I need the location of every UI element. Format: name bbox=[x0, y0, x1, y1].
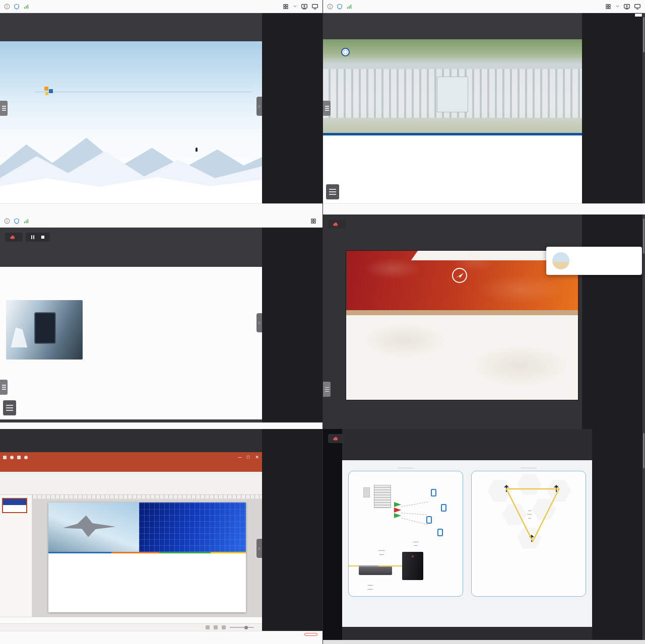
minimize-icon: ─ bbox=[238, 455, 241, 460]
shield-icon[interactable] bbox=[14, 218, 20, 224]
fullscreen-icon[interactable] bbox=[301, 3, 308, 10]
end-meeting-button[interactable] bbox=[304, 633, 317, 636]
slide-logo-squares bbox=[44, 86, 54, 96]
shared-screen-area: ─□✕ bbox=[0, 429, 262, 631]
bbu-device-graphic bbox=[359, 565, 392, 575]
participant-popup[interactable] bbox=[546, 247, 642, 275]
recording-indicator bbox=[328, 220, 346, 229]
avic-slide-header bbox=[346, 251, 578, 310]
panel-jingdiao-meeting bbox=[322, 0, 645, 214]
powerpoint-window: ─□✕ bbox=[0, 452, 262, 631]
roster-scrollbar[interactable] bbox=[642, 214, 645, 429]
jingdiao-logo bbox=[341, 48, 353, 56]
participant-roster bbox=[262, 13, 322, 203]
slide-thumbnail-pane[interactable] bbox=[0, 495, 32, 617]
info-icon[interactable] bbox=[4, 218, 10, 224]
shared-screen-area bbox=[0, 13, 262, 203]
layout-icon bbox=[310, 218, 316, 224]
beam-graphic bbox=[394, 502, 401, 519]
chevron-down-icon bbox=[293, 4, 297, 9]
slide-pager[interactable] bbox=[326, 184, 339, 199]
roster-scrollbar[interactable] bbox=[642, 429, 645, 640]
panel-hypervision-meeting bbox=[0, 214, 322, 429]
panel-huawei-meeting: ▪▪▪▪▪▪▪▪▪▪▪▪ ▪▪▪▪▪▪▪▪▪▪ ▪▪▪▪▪▪▪▪▪▪▪▪ bbox=[322, 429, 645, 644]
toolbar-strip bbox=[323, 640, 645, 644]
ppt-slide[interactable] bbox=[48, 503, 246, 612]
window-controls[interactable]: ─□✕ bbox=[238, 455, 259, 460]
slide-sorter-icon[interactable] bbox=[214, 625, 218, 629]
slide-thumbnail[interactable] bbox=[2, 498, 27, 513]
roster-scrollbar[interactable] bbox=[642, 13, 645, 203]
participant-roster bbox=[262, 429, 322, 631]
recording-indicator bbox=[5, 233, 50, 242]
antenna-array-graphic bbox=[374, 485, 391, 508]
cloud-record-icon bbox=[10, 234, 16, 240]
avic-slide bbox=[346, 251, 578, 400]
cloud-record-icon bbox=[333, 436, 339, 442]
phone-icon bbox=[431, 489, 436, 496]
fighter-jet-image bbox=[48, 503, 139, 552]
ppt-ruler bbox=[32, 495, 262, 499]
signal-icon bbox=[23, 218, 29, 224]
fullscreen-tooltip bbox=[635, 14, 642, 17]
avic-logo-icon bbox=[452, 268, 467, 283]
participant-roster bbox=[582, 13, 642, 203]
diagram-caption: ▪▪▪▪▪▪▪▪▪▪ bbox=[399, 540, 433, 548]
hypervision-slide bbox=[0, 267, 262, 419]
shield-icon[interactable] bbox=[337, 4, 343, 10]
cloud-record-icon bbox=[333, 221, 339, 227]
signal-icon bbox=[346, 4, 352, 10]
diagram-caption: ▪▪▪▪▪▪▪▪▪▪▪▪ bbox=[367, 549, 397, 556]
meeting-header bbox=[0, 0, 322, 13]
slideshow-icon[interactable] bbox=[222, 625, 226, 629]
window-icon[interactable] bbox=[311, 3, 318, 10]
sidebar-collapse-handle[interactable] bbox=[323, 382, 331, 397]
slide-pager[interactable] bbox=[3, 400, 16, 415]
cabinet-graphic bbox=[402, 552, 423, 580]
meeting-toolbar bbox=[0, 422, 322, 429]
info-icon[interactable] bbox=[327, 4, 333, 10]
info-icon[interactable] bbox=[4, 4, 10, 10]
sidebar-collapse-handle[interactable] bbox=[0, 380, 8, 395]
climber-figure bbox=[196, 148, 198, 152]
phone-icon bbox=[437, 529, 443, 536]
shield-icon[interactable] bbox=[14, 4, 20, 10]
shared-screen-area bbox=[323, 214, 582, 429]
next-slide-handle[interactable] bbox=[256, 539, 262, 558]
quick-access-toolbar[interactable] bbox=[3, 456, 28, 459]
ppt-ribbon-tabs bbox=[0, 462, 262, 472]
layout-icon bbox=[283, 4, 289, 10]
sidebar-collapse-handle[interactable] bbox=[323, 101, 331, 116]
ppt-ribbon bbox=[0, 472, 262, 495]
panel-powerpoint-meeting: ─□✕ bbox=[0, 429, 322, 644]
phone-icon bbox=[441, 504, 446, 512]
close-icon: ✕ bbox=[255, 455, 259, 460]
chevron-down-icon bbox=[615, 4, 620, 9]
shared-screen-area: ▪▪▪▪▪▪▪▪▪▪▪▪ ▪▪▪▪▪▪▪▪▪▪ ▪▪▪▪▪▪▪▪▪▪▪▪ bbox=[323, 429, 592, 640]
view-mode-selector[interactable] bbox=[310, 218, 318, 224]
ppt-titlebar: ─□✕ bbox=[0, 452, 262, 462]
view-mode-selector[interactable] bbox=[605, 4, 620, 10]
phone-icon bbox=[426, 516, 432, 524]
window-icon[interactable] bbox=[634, 3, 641, 10]
stop-recording-icon[interactable] bbox=[40, 234, 46, 240]
jingdiao-logo-icon bbox=[341, 48, 350, 56]
sidebar-collapse-handle[interactable] bbox=[0, 101, 8, 116]
next-slide-handle[interactable] bbox=[256, 97, 262, 116]
normal-view-icon[interactable] bbox=[206, 625, 210, 629]
zoom-slider[interactable] bbox=[230, 627, 254, 628]
panel-zte-meeting bbox=[0, 0, 322, 214]
fullscreen-icon[interactable] bbox=[623, 3, 630, 10]
zte-slide bbox=[0, 41, 262, 203]
pause-recording-icon[interactable] bbox=[30, 234, 36, 240]
meeting-toolbar bbox=[0, 631, 322, 644]
circuit-board-image bbox=[139, 503, 246, 552]
box-label bbox=[398, 467, 414, 469]
view-mode-selector[interactable] bbox=[283, 4, 297, 10]
panel-avic-meeting bbox=[322, 214, 645, 429]
ppt-notes-bar[interactable] bbox=[0, 617, 262, 623]
signal-icon bbox=[23, 4, 29, 10]
meeting-header bbox=[0, 214, 322, 228]
diagram-caption: ▪▪▪▪▪▪▪▪▪▪▪▪ bbox=[358, 584, 383, 591]
next-slide-handle[interactable] bbox=[256, 313, 262, 332]
